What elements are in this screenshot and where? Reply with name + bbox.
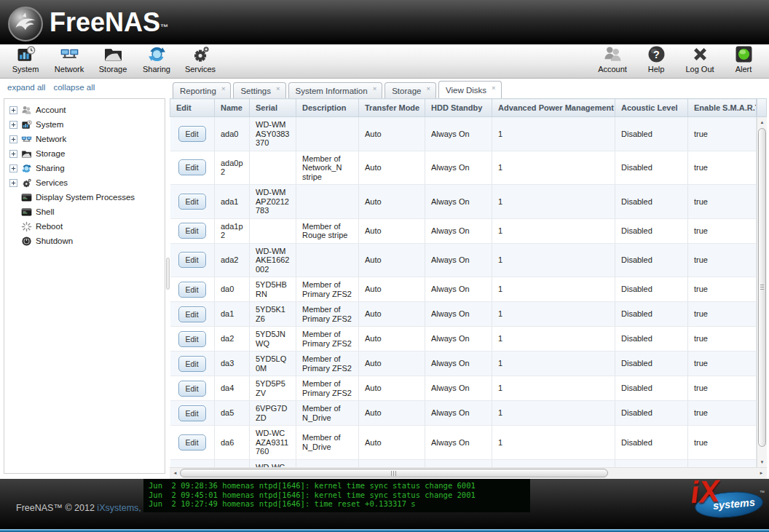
sidebar-item-label: Sharing [36,164,65,172]
sidebar-item-account[interactable]: Account [4,103,165,117]
edit-button[interactable]: Edit [178,223,206,239]
cell-edit: Edit [170,277,215,302]
cell-edit: Edit [170,426,215,460]
tab-label: Reporting [180,87,216,95]
edit-button[interactable]: Edit [178,159,206,175]
tab-close-icon[interactable]: × [276,84,280,92]
sidebar-item-system[interactable]: System [4,117,165,132]
edit-button[interactable]: Edit [178,282,206,298]
tab-close-icon[interactable]: × [426,84,430,92]
expander-plus-icon[interactable] [9,150,17,158]
horizontal-scroll-thumb[interactable] [180,469,608,477]
sidebar-item-sharing[interactable]: Sharing [4,161,165,175]
column-header-hdd-standby[interactable]: HDD Standby [425,99,492,117]
edit-button[interactable]: Edit [178,252,206,268]
tab-view-disks[interactable]: View Disks × [438,81,502,98]
toolbar-item-network[interactable]: Network [47,43,91,76]
sidebar-item-shell[interactable]: Shell [4,205,165,219]
edit-button[interactable]: Edit [178,434,206,450]
scroll-up-arrow-icon[interactable]: ▲ [757,118,767,127]
cell-name: da3 [215,352,250,376]
edit-button[interactable]: Edit [178,356,206,372]
column-header-enable-s-m-a-r-t[interactable]: Enable S.M.A.R.T. [688,99,757,117]
column-header-serial[interactable]: Serial [250,99,296,117]
cell-advanced-power-management: 1 [492,352,615,376]
toolbar-item-system[interactable]: System [4,43,47,76]
scroll-right-arrow-icon[interactable]: ► [757,468,766,479]
sidebar-item-shutdown[interactable]: Shutdown [4,234,165,248]
tab-system-information[interactable]: System Information × [288,82,383,98]
cell-transfer-mode: Auto [359,327,425,352]
toolbar-item-alert[interactable]: Alert [722,43,765,76]
cell-description: Member of N_Drive [296,426,359,460]
table-header-row: EditNameSerialDescriptionTransfer ModeHD… [170,99,757,117]
tab-close-icon[interactable]: × [221,84,226,92]
toolbar-item-label: Storage [99,65,127,74]
edit-button[interactable]: Edit [178,126,206,142]
column-header-advanced-power-management[interactable]: Advanced Power Management [492,99,615,117]
vertical-scroll-thumb[interactable] [758,128,766,447]
cell-edit: Edit [170,151,215,185]
column-header-acoustic-level[interactable]: Acoustic Level [615,99,688,117]
scroll-grip-icon [760,285,764,290]
cell-acoustic-level: Disabled [615,401,688,426]
tab-settings[interactable]: Settings × [233,82,285,98]
toolbar-item-log-out[interactable]: Log Out [678,43,722,76]
sidebar-item-network[interactable]: Network [4,132,165,146]
edit-button[interactable]: Edit [178,331,206,347]
cell-advanced-power-management: 1 [492,218,615,243]
alert-icon [734,44,754,64]
column-header-edit[interactable]: Edit [170,99,215,117]
toolbar-item-storage[interactable]: Storage [91,43,135,76]
collapse-all-link[interactable]: collapse all [53,83,95,92]
toolbar-item-account[interactable]: Account [591,43,634,76]
edit-button[interactable]: Edit [178,306,206,322]
tab-close-icon[interactable]: × [492,84,496,92]
vertical-scrollbar[interactable]: ▲ ▼ [757,117,767,468]
expander-plus-icon[interactable] [9,164,17,172]
cell-transfer-mode: Auto [359,352,425,376]
toolbar-item-services[interactable]: Services [178,43,222,76]
cell-transfer-mode: Auto [359,151,425,185]
edit-button[interactable]: Edit [178,194,206,210]
sidebar-item-storage[interactable]: Storage [4,146,165,161]
cell-serial: 5YD5K1Z6 [250,302,296,327]
expander-plus-icon[interactable] [9,106,17,114]
toolbar-item-sharing[interactable]: Sharing [135,43,178,76]
tab-reporting[interactable]: Reporting × [173,82,231,98]
sidebar-item-reboot[interactable]: Reboot [4,219,165,234]
column-header-description[interactable]: Description [296,99,359,117]
services-icon [21,178,32,188]
tab-storage[interactable]: Storage × [384,82,436,98]
storage-icon [21,148,32,159]
cell-edit: Edit [170,327,215,352]
expander-plus-icon[interactable] [9,121,17,129]
expander-plus-icon[interactable] [9,135,17,143]
expander-plus-icon[interactable] [9,179,17,187]
toolbar: System Network Storage Sharing Services … [0,44,769,79]
column-header-transfer-mode[interactable]: Transfer Mode [359,99,425,117]
sidebar-item-services[interactable]: Services [4,175,165,190]
cell-acoustic-level: Disabled [615,218,688,243]
sidebar-item-display-system-processes[interactable]: Display System Processes [4,190,165,205]
tab-label: System Information [296,87,368,95]
cell-name: ada0 [215,117,250,151]
scroll-down-arrow-icon[interactable]: ▼ [757,458,767,467]
toolbar-item-label: Services [185,65,216,74]
cell-enable-smart: true [688,327,757,352]
trademark-symbol: ™ [160,23,168,31]
expand-all-link[interactable]: expand all [7,83,45,92]
table-row: Edit da3 5YD5LQ0M Member of Primary ZFS2… [170,352,757,376]
column-header-name[interactable]: Name [215,99,250,117]
cell-serial: 5YD5P5ZV [250,376,296,401]
cell-description [296,243,359,277]
edit-button[interactable]: Edit [178,405,206,421]
toolbar-item-help[interactable]: ? Help [634,43,678,76]
edit-button[interactable]: Edit [178,381,206,397]
cell-advanced-power-management: 1 [492,185,615,219]
scroll-left-arrow-icon[interactable]: ◄ [170,468,180,479]
tab-close-icon[interactable]: × [373,84,377,92]
cell-hdd-standby: Always On [425,151,492,185]
footer: FreeNAS™ © 2012 iXsystems, Inc. Jun 2 09… [0,479,769,532]
horizontal-scrollbar[interactable]: ◄ ► [170,467,767,479]
